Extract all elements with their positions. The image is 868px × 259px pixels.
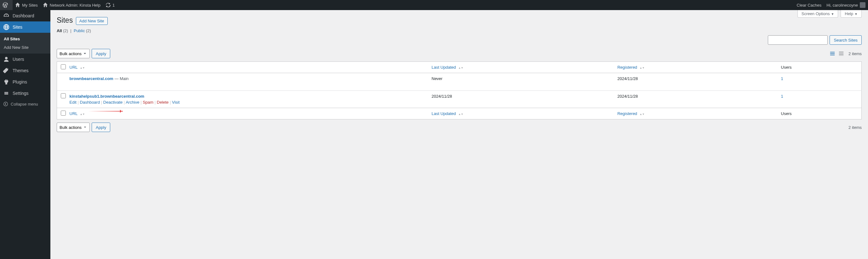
action-delete[interactable]: Delete [157, 100, 169, 105]
account-menu[interactable]: Hi, carolinecoyne [824, 0, 868, 10]
col-users: Users [778, 62, 862, 73]
select-all-top[interactable] [61, 64, 66, 69]
cell-users-link[interactable]: 1 [781, 76, 783, 81]
view-switch [828, 50, 845, 58]
chevron-down-icon: ▼ [855, 12, 858, 16]
menu-themes[interactable]: Themes [0, 65, 51, 76]
screen-options-button[interactable]: Screen Options▼ [798, 10, 838, 18]
site-url-link[interactable]: brownbearcentral.com [70, 76, 113, 81]
submenu-add-site[interactable]: Add New Site [0, 43, 51, 52]
sort-icon: ▲▼ [80, 67, 85, 69]
network-admin-label: Network Admin: Kinsta Help [50, 3, 100, 7]
svg-point-0 [4, 102, 8, 106]
network-admin-menu[interactable]: Network Admin: Kinsta Help [40, 0, 103, 10]
dashboard-icon [3, 12, 9, 19]
svg-rect-1 [830, 52, 835, 53]
wordpress-icon [2, 2, 8, 8]
svg-rect-5 [839, 53, 843, 53]
screen-meta: Screen Options▼ Help▼ [798, 10, 862, 18]
tablenav-bottom: Bulk actions Apply 2 items [57, 122, 862, 132]
cell-last-updated: 2024/11/28 [428, 91, 614, 108]
add-new-site-button[interactable]: Add New Site [76, 17, 108, 25]
admin-menu: Dashboard Sites All Sites Add New Site U… [0, 10, 51, 148]
sort-icon: ▲▼ [80, 113, 85, 115]
svg-rect-4 [839, 52, 843, 53]
themes-icon [3, 67, 9, 74]
menu-sites[interactable]: Sites [0, 22, 51, 33]
updates-menu[interactable]: 1 [103, 0, 117, 10]
filter-all[interactable]: All [57, 28, 62, 33]
action-archive[interactable]: Archive [126, 100, 139, 105]
svg-rect-6 [839, 54, 843, 55]
menu-dashboard[interactable]: Dashboard [0, 10, 51, 22]
col-registered[interactable]: Registered ▲▼ [614, 108, 778, 119]
svg-rect-3 [830, 55, 835, 55]
clear-caches[interactable]: Clear Caches [794, 0, 824, 10]
row-actions: Edit | Dashboard | Deactivate | Archive … [70, 100, 426, 105]
cell-registered: 2024/11/28 [614, 91, 778, 108]
sort-icon: ▲▼ [640, 113, 645, 115]
submenu-all-sites[interactable]: All Sites [0, 35, 51, 43]
updates-count: 1 [113, 3, 115, 7]
apply-button-top[interactable]: Apply [92, 49, 110, 58]
avatar [860, 2, 866, 8]
filter-links: All (2) | Public (2) [57, 28, 862, 33]
my-sites-menu[interactable]: My Sites [12, 0, 40, 10]
menu-plugins[interactable]: Plugins [0, 76, 51, 88]
svg-rect-2 [830, 53, 835, 54]
submenu-sites: All Sites Add New Site [0, 33, 51, 54]
bulk-actions-select-bottom[interactable]: Bulk actions [57, 122, 90, 132]
help-button[interactable]: Help▼ [841, 10, 862, 18]
wp-logo[interactable] [0, 0, 12, 10]
home-icon [15, 2, 20, 7]
search-input[interactable] [768, 35, 828, 45]
sites-icon [3, 24, 9, 30]
page-title: Sites [57, 13, 73, 26]
settings-icon [3, 90, 9, 96]
search-box: Search Sites [768, 35, 862, 45]
action-dashboard[interactable]: Dashboard [80, 100, 100, 105]
action-deactivate[interactable]: Deactivate [103, 100, 123, 105]
view-excerpt-icon[interactable] [837, 50, 845, 58]
table-row: brownbearcentral.com — MainNever2024/11/… [57, 73, 862, 91]
action-edit[interactable]: Edit [70, 100, 76, 105]
col-registered[interactable]: Registered ▲▼ [614, 62, 778, 73]
collapse-icon [3, 102, 8, 107]
annotation-arrow [88, 111, 123, 112]
col-last-updated[interactable]: Last Updated ▲▼ [428, 108, 614, 119]
my-sites-label: My Sites [22, 3, 38, 7]
items-count-bottom: 2 items [848, 125, 862, 130]
items-count-top: 2 items [848, 51, 862, 56]
view-list-icon[interactable] [828, 50, 837, 58]
cell-last-updated: Never [428, 73, 614, 91]
menu-users[interactable]: Users [0, 54, 51, 65]
greeting-label: Hi, carolinecoyne [827, 3, 858, 7]
apply-button-bottom[interactable]: Apply [92, 122, 110, 132]
col-last-updated[interactable]: Last Updated ▲▼ [428, 62, 614, 73]
filter-public[interactable]: Public [74, 28, 85, 33]
bulk-actions-select-top[interactable]: Bulk actions [57, 49, 90, 58]
action-visit[interactable]: Visit [172, 100, 180, 105]
cell-registered: 2024/11/28 [614, 73, 778, 91]
col-users: Users [778, 108, 862, 119]
home-icon [43, 2, 48, 7]
collapse-menu[interactable]: Collapse menu [0, 99, 51, 109]
sort-icon: ▲▼ [640, 67, 645, 69]
users-icon [3, 56, 9, 62]
row-select[interactable] [61, 93, 66, 98]
plugins-icon [3, 79, 9, 85]
sites-table: URL ▲▼ Last Updated ▲▼ Registered ▲▼ Use… [57, 61, 862, 119]
select-all-bottom[interactable] [61, 111, 66, 116]
sort-icon: ▲▼ [458, 113, 463, 115]
tablenav-top: Bulk actions Apply 2 items [57, 49, 862, 58]
action-spam[interactable]: Spam [143, 100, 153, 105]
search-button[interactable]: Search Sites [830, 35, 862, 45]
menu-settings[interactable]: Settings [0, 88, 51, 99]
refresh-icon [105, 2, 111, 7]
table-row: kinstahelpsub1.brownbearcentral.comEdit … [57, 91, 862, 108]
site-url-link[interactable]: kinstahelpsub1.brownbearcentral.com [70, 94, 145, 98]
col-url[interactable]: URL ▲▼ [66, 62, 429, 73]
cell-users-link[interactable]: 1 [781, 94, 783, 98]
chevron-down-icon: ▼ [831, 12, 834, 16]
admin-bar: My Sites Network Admin: Kinsta Help 1 Cl… [0, 0, 868, 10]
